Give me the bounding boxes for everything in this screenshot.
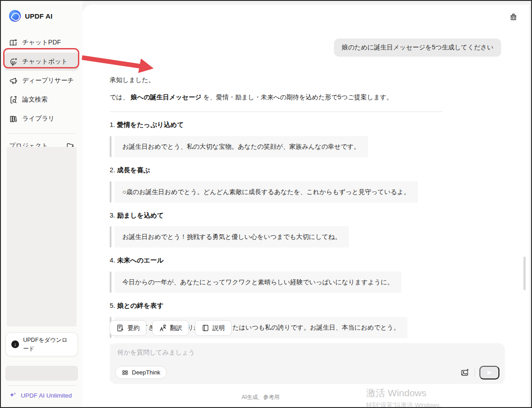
suggestion-quote: お誕生日おめでとう、私の大切な宝物。あなたの笑顔が、家族みんなの幸せです。: [110, 136, 443, 157]
sidebar-item-paper-search[interactable]: 論文検索: [5, 91, 79, 109]
divider: [110, 112, 443, 112]
clear-chat-icon[interactable]: [508, 11, 519, 23]
sidebar-item-label: チャットPDF: [22, 39, 61, 47]
suggestion-title: 4. 未来へのエール: [110, 256, 443, 266]
paper-search-icon: [9, 96, 18, 104]
sidebar-item-label: ディープリサーチ: [22, 77, 74, 85]
quote-bar: [110, 226, 111, 248]
sidebar-skeleton-placeholder: [5, 366, 78, 381]
translate-icon: [159, 324, 167, 332]
user-message-bubble: 娘のために誕生日メッセージを5つ生成してください: [334, 39, 501, 57]
atom-icon: [121, 369, 129, 376]
deep-research-icon: [9, 77, 18, 85]
composer-right-controls: [460, 366, 499, 379]
updf-logo-icon: [9, 10, 21, 22]
sidebar-footer-divider: [7, 385, 76, 386]
translate-button[interactable]: 翻訳: [152, 320, 189, 336]
sidebar-divider: [7, 133, 76, 134]
scrollbar-thumb[interactable]: [523, 257, 526, 290]
project-list-empty-area: [7, 147, 77, 326]
explain-icon: [202, 324, 209, 332]
explain-button[interactable]: 説明: [195, 320, 232, 336]
chatbot-icon: [9, 58, 18, 66]
quote-bar: [110, 272, 111, 293]
ai-disclaimer: AI生成、参考用: [82, 393, 439, 401]
suggestion-title: 1. 愛情をたっぷり込めて: [110, 120, 443, 130]
ai-intro-line1: 承知しました。: [110, 75, 443, 85]
chat-input[interactable]: [117, 349, 435, 362]
summarize-button[interactable]: 要約: [110, 320, 146, 336]
sidebar-item-chatbot[interactable]: チャットボット: [5, 53, 79, 71]
suggestion-item: 2. 成長を喜ぶ ○歳のお誕生日おめでとう。どんどん素敵に成長するあなたを、これ…: [110, 165, 443, 203]
user-message-row: 娘のために誕生日メッセージを5つ生成してください: [334, 39, 501, 57]
send-button[interactable]: [479, 366, 499, 379]
ai-response: 承知しました。 では、 娘への誕生日メッセージ を、愛情・励まし・未来への期待を…: [110, 73, 443, 355]
quote-bar: [110, 136, 111, 157]
brand: UPDF AI: [1, 1, 82, 22]
ai-intro-line2: では、 娘への誕生日メッセージ を、愛情・励まし・未来への期待を込めた形で5つご…: [110, 92, 443, 102]
ai-suggestions-list: 1. 愛情をたっぷり込めて お誕生日おめでとう、私の大切な宝物。あなたの笑顔が、…: [110, 120, 443, 338]
suggestion-item: 1. 愛情をたっぷり込めて お誕生日おめでとう、私の大切な宝物。あなたの笑顔が、…: [110, 120, 443, 157]
sidebar-item-label: 論文検索: [22, 96, 48, 104]
sidebar-item-label: チャットボット: [22, 58, 68, 66]
sidebar-menu: チャットPDF チャットボット: [1, 34, 82, 128]
sparkles-icon: [9, 392, 17, 399]
sidebar-item-chat-pdf[interactable]: チャットPDF: [5, 34, 79, 52]
suggestion-title: 5. 娘との絆を表す: [110, 301, 443, 311]
quick-actions: 要約 翻訳 説明: [110, 320, 232, 336]
brand-name: UPDF AI: [25, 12, 53, 20]
suggestion-quote: ○歳のお誕生日おめでとう。どんどん素敵に成長するあなたを、これからもずっと見守っ…: [110, 181, 443, 203]
deepthink-toggle[interactable]: DeepThink: [115, 366, 167, 379]
download-icon: ↓: [11, 340, 19, 348]
download-label: UPDFをダウンロード: [23, 336, 72, 352]
sidebar-item-deep-research[interactable]: ディープリサーチ: [5, 72, 79, 90]
suggestion-item: 3. 励ましを込めて お誕生日おめでとう！挑戦する勇気と優しい心をいつまでも大切…: [110, 211, 443, 248]
library-icon: [9, 115, 18, 123]
upgrade-unlimited-link[interactable]: UPDF AI Unlimited: [9, 392, 72, 399]
suggestion-quote: 今日からの一年が、あなたにとってワクワクと素晴らしい経験でいっぱいになりますよう…: [110, 272, 443, 293]
suggestion-quote: お誕生日おめでとう！挑戦する勇気と優しい心をいつまでも大切にしてね。: [110, 226, 443, 248]
composer-divider: [474, 369, 475, 377]
sidebar-item-label: ライブラリ: [22, 115, 55, 123]
composer: DeepThink: [110, 343, 505, 384]
unlimited-label: UPDF AI Unlimited: [21, 392, 72, 399]
quote-bar: [110, 181, 111, 203]
summarize-icon: [116, 324, 124, 332]
suggestion-title: 2. 成長を喜ぶ: [110, 165, 443, 175]
download-updf-button[interactable]: ↓ UPDFをダウンロード: [5, 332, 78, 356]
suggestion-item: 4. 未来へのエール 今日からの一年が、あなたにとってワクワクと素晴らしい経験で…: [110, 256, 443, 293]
sidebar: UPDF AI チャットPDF: [1, 1, 82, 407]
suggestion-title: 3. 励ましを込めて: [110, 211, 443, 221]
chat-panel: 娘のために誕生日メッセージを5つ生成してください 承知しました。 では、 娘への…: [82, 5, 529, 407]
sidebar-item-library[interactable]: ライブラリ: [5, 110, 79, 128]
chat-pdf-icon: [9, 39, 18, 47]
add-image-icon[interactable]: [460, 368, 470, 378]
updf-ai-window: UPDF AI チャットPDF: [0, 0, 532, 408]
